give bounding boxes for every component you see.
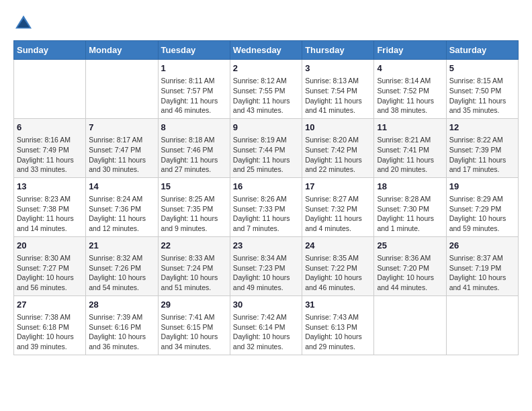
- day-number: 12: [449, 122, 515, 134]
- calendar-cell: 31Sunrise: 7:43 AM Sunset: 6:13 PM Dayli…: [302, 295, 374, 355]
- calendar-cell: 28Sunrise: 7:39 AM Sunset: 6:16 PM Dayli…: [86, 295, 158, 355]
- day-number: 11: [377, 122, 443, 134]
- day-number: 7: [89, 122, 154, 134]
- calendar-cell: 25Sunrise: 8:36 AM Sunset: 7:20 PM Dayli…: [374, 236, 446, 295]
- day-header-sunday: Sunday: [14, 41, 86, 60]
- day-detail: Sunrise: 8:12 AM Sunset: 7:55 PM Dayligh…: [233, 76, 299, 116]
- day-number: 8: [161, 122, 227, 134]
- calendar-cell: 2Sunrise: 8:12 AM Sunset: 7:55 PM Daylig…: [230, 60, 302, 119]
- day-number: 19: [449, 181, 515, 193]
- day-number: 26: [449, 240, 515, 252]
- day-detail: Sunrise: 8:18 AM Sunset: 7:46 PM Dayligh…: [161, 135, 227, 175]
- logo: [13, 13, 36, 34]
- page-header: [13, 13, 519, 34]
- calendar-cell: 5Sunrise: 8:15 AM Sunset: 7:50 PM Daylig…: [446, 60, 518, 119]
- day-detail: Sunrise: 8:16 AM Sunset: 7:49 PM Dayligh…: [17, 135, 83, 175]
- calendar-cell: 10Sunrise: 8:20 AM Sunset: 7:42 PM Dayli…: [302, 118, 374, 177]
- calendar-cell: 29Sunrise: 7:41 AM Sunset: 6:15 PM Dayli…: [158, 295, 230, 355]
- day-number: 24: [305, 240, 371, 252]
- day-number: 16: [233, 181, 299, 193]
- day-header-friday: Friday: [374, 41, 446, 60]
- day-detail: Sunrise: 7:41 AM Sunset: 6:15 PM Dayligh…: [161, 312, 227, 352]
- calendar-cell: 14Sunrise: 8:24 AM Sunset: 7:36 PM Dayli…: [86, 177, 158, 236]
- day-detail: Sunrise: 8:34 AM Sunset: 7:23 PM Dayligh…: [233, 253, 299, 293]
- day-number: 23: [233, 240, 299, 252]
- calendar-cell: 23Sunrise: 8:34 AM Sunset: 7:23 PM Dayli…: [230, 236, 302, 295]
- calendar-cell: 20Sunrise: 8:30 AM Sunset: 7:27 PM Dayli…: [14, 236, 86, 295]
- calendar-cell: 30Sunrise: 7:42 AM Sunset: 6:14 PM Dayli…: [230, 295, 302, 355]
- calendar-cell: 24Sunrise: 8:35 AM Sunset: 7:22 PM Dayli…: [302, 236, 374, 295]
- day-number: 29: [161, 299, 227, 311]
- day-number: 17: [305, 181, 371, 193]
- day-detail: Sunrise: 8:14 AM Sunset: 7:52 PM Dayligh…: [377, 76, 443, 116]
- week-row: 13Sunrise: 8:23 AM Sunset: 7:38 PM Dayli…: [14, 177, 519, 236]
- day-header-thursday: Thursday: [302, 41, 374, 60]
- calendar-cell: 17Sunrise: 8:27 AM Sunset: 7:32 PM Dayli…: [302, 177, 374, 236]
- day-detail: Sunrise: 8:28 AM Sunset: 7:30 PM Dayligh…: [377, 194, 443, 234]
- day-detail: Sunrise: 7:42 AM Sunset: 6:14 PM Dayligh…: [233, 312, 299, 352]
- day-detail: Sunrise: 8:27 AM Sunset: 7:32 PM Dayligh…: [305, 194, 371, 234]
- day-detail: Sunrise: 8:32 AM Sunset: 7:26 PM Dayligh…: [89, 253, 154, 293]
- day-number: 3: [305, 62, 371, 75]
- day-detail: Sunrise: 7:39 AM Sunset: 6:16 PM Dayligh…: [89, 312, 154, 352]
- day-number: 6: [17, 122, 83, 134]
- day-detail: Sunrise: 8:21 AM Sunset: 7:41 PM Dayligh…: [377, 135, 443, 175]
- calendar-cell: 9Sunrise: 8:19 AM Sunset: 7:44 PM Daylig…: [230, 118, 302, 177]
- day-number: 25: [377, 240, 443, 252]
- day-detail: Sunrise: 8:37 AM Sunset: 7:19 PM Dayligh…: [449, 253, 515, 293]
- day-header-monday: Monday: [86, 41, 158, 60]
- day-detail: Sunrise: 8:23 AM Sunset: 7:38 PM Dayligh…: [17, 194, 83, 234]
- day-number: 4: [377, 62, 443, 75]
- day-number: 22: [161, 240, 227, 252]
- day-detail: Sunrise: 8:36 AM Sunset: 7:20 PM Dayligh…: [377, 253, 443, 293]
- day-detail: Sunrise: 8:33 AM Sunset: 7:24 PM Dayligh…: [161, 253, 227, 293]
- calendar-cell: [14, 60, 86, 119]
- day-number: 31: [305, 299, 371, 311]
- calendar-cell: 19Sunrise: 8:29 AM Sunset: 7:29 PM Dayli…: [446, 177, 518, 236]
- calendar-cell: 27Sunrise: 7:38 AM Sunset: 6:18 PM Dayli…: [14, 295, 86, 355]
- day-detail: Sunrise: 8:30 AM Sunset: 7:27 PM Dayligh…: [17, 253, 83, 293]
- calendar-cell: 6Sunrise: 8:16 AM Sunset: 7:49 PM Daylig…: [14, 118, 86, 177]
- calendar-table: SundayMondayTuesdayWednesdayThursdayFrid…: [13, 40, 519, 355]
- day-detail: Sunrise: 8:15 AM Sunset: 7:50 PM Dayligh…: [449, 76, 515, 116]
- calendar-cell: 26Sunrise: 8:37 AM Sunset: 7:19 PM Dayli…: [446, 236, 518, 295]
- day-number: 9: [233, 122, 299, 134]
- day-header-tuesday: Tuesday: [158, 41, 230, 60]
- day-number: 1: [161, 62, 227, 75]
- day-detail: Sunrise: 8:35 AM Sunset: 7:22 PM Dayligh…: [305, 253, 371, 293]
- day-number: 21: [89, 240, 154, 252]
- day-detail: Sunrise: 8:17 AM Sunset: 7:47 PM Dayligh…: [89, 135, 154, 175]
- calendar-cell: [86, 60, 158, 119]
- calendar-cell: 22Sunrise: 8:33 AM Sunset: 7:24 PM Dayli…: [158, 236, 230, 295]
- day-detail: Sunrise: 7:38 AM Sunset: 6:18 PM Dayligh…: [17, 312, 83, 352]
- day-detail: Sunrise: 8:26 AM Sunset: 7:33 PM Dayligh…: [233, 194, 299, 234]
- header-row: SundayMondayTuesdayWednesdayThursdayFrid…: [14, 41, 519, 60]
- week-row: 20Sunrise: 8:30 AM Sunset: 7:27 PM Dayli…: [14, 236, 519, 295]
- week-row: 27Sunrise: 7:38 AM Sunset: 6:18 PM Dayli…: [14, 295, 519, 355]
- day-number: 28: [89, 299, 154, 311]
- calendar-cell: 13Sunrise: 8:23 AM Sunset: 7:38 PM Dayli…: [14, 177, 86, 236]
- logo-icon: [13, 13, 34, 34]
- day-number: 10: [305, 122, 371, 134]
- day-detail: Sunrise: 8:11 AM Sunset: 7:57 PM Dayligh…: [161, 76, 227, 116]
- day-detail: Sunrise: 8:24 AM Sunset: 7:36 PM Dayligh…: [89, 194, 154, 234]
- week-row: 1Sunrise: 8:11 AM Sunset: 7:57 PM Daylig…: [14, 60, 519, 119]
- calendar-cell: 4Sunrise: 8:14 AM Sunset: 7:52 PM Daylig…: [374, 60, 446, 119]
- day-number: 13: [17, 181, 83, 193]
- day-detail: Sunrise: 8:20 AM Sunset: 7:42 PM Dayligh…: [305, 135, 371, 175]
- day-detail: Sunrise: 8:19 AM Sunset: 7:44 PM Dayligh…: [233, 135, 299, 175]
- day-number: 5: [449, 62, 515, 75]
- calendar-cell: 1Sunrise: 8:11 AM Sunset: 7:57 PM Daylig…: [158, 60, 230, 119]
- calendar-cell: 8Sunrise: 8:18 AM Sunset: 7:46 PM Daylig…: [158, 118, 230, 177]
- day-number: 14: [89, 181, 154, 193]
- calendar-cell: 7Sunrise: 8:17 AM Sunset: 7:47 PM Daylig…: [86, 118, 158, 177]
- day-detail: Sunrise: 8:13 AM Sunset: 7:54 PM Dayligh…: [305, 76, 371, 116]
- day-number: 20: [17, 240, 83, 252]
- day-number: 27: [17, 299, 83, 311]
- calendar-cell: 21Sunrise: 8:32 AM Sunset: 7:26 PM Dayli…: [86, 236, 158, 295]
- calendar-body: 1Sunrise: 8:11 AM Sunset: 7:57 PM Daylig…: [14, 60, 519, 355]
- calendar-cell: 18Sunrise: 8:28 AM Sunset: 7:30 PM Dayli…: [374, 177, 446, 236]
- day-detail: Sunrise: 8:29 AM Sunset: 7:29 PM Dayligh…: [449, 194, 515, 234]
- day-number: 2: [233, 62, 299, 75]
- calendar-cell: 16Sunrise: 8:26 AM Sunset: 7:33 PM Dayli…: [230, 177, 302, 236]
